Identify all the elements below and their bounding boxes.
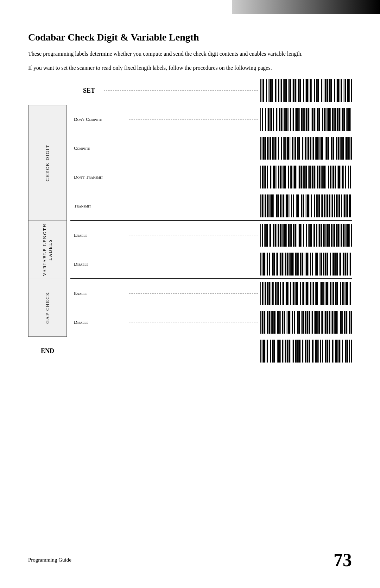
svg-rect-190 <box>290 166 291 188</box>
svg-rect-207 <box>317 166 318 188</box>
svg-rect-122 <box>272 137 273 160</box>
svg-rect-515 <box>278 340 280 363</box>
svg-rect-132 <box>287 137 289 160</box>
svg-rect-185 <box>281 166 282 188</box>
svg-rect-204 <box>312 166 314 188</box>
svg-rect-33 <box>311 79 312 102</box>
svg-rect-9 <box>274 79 274 102</box>
svg-rect-413 <box>292 282 292 305</box>
svg-rect-34 <box>313 79 313 102</box>
svg-rect-169 <box>348 137 349 160</box>
svg-rect-45 <box>330 79 332 102</box>
enable-gap-dashes <box>129 293 258 293</box>
transmit-barcode <box>260 194 352 217</box>
svg-rect-176 <box>267 166 268 188</box>
svg-rect-141 <box>302 137 303 160</box>
svg-rect-358 <box>291 253 293 276</box>
svg-rect-362 <box>298 253 299 276</box>
svg-rect-3 <box>265 79 265 102</box>
variable-length-label-text: Variable Length Labels <box>42 221 53 279</box>
svg-rect-230 <box>264 194 264 217</box>
set-row: SET <box>28 79 352 102</box>
svg-rect-441 <box>339 282 339 305</box>
end-label: END <box>28 347 67 355</box>
svg-rect-414 <box>293 282 294 305</box>
svg-rect-17 <box>285 79 287 102</box>
svg-rect-330 <box>337 224 339 247</box>
svg-rect-224 <box>345 166 346 188</box>
svg-rect-119 <box>267 137 268 160</box>
svg-rect-242 <box>283 194 284 217</box>
svg-rect-38 <box>320 79 320 102</box>
svg-rect-142 <box>304 137 304 160</box>
svg-rect-542 <box>324 340 324 363</box>
svg-rect-123 <box>273 137 274 160</box>
svg-rect-20 <box>290 79 291 102</box>
svg-rect-316 <box>314 224 315 247</box>
svg-rect-485 <box>321 311 322 334</box>
svg-rect-281 <box>347 194 348 217</box>
svg-rect-348 <box>276 253 277 276</box>
svg-rect-430 <box>320 282 321 305</box>
svg-rect-355 <box>287 253 288 276</box>
svg-rect-147 <box>312 137 312 160</box>
svg-rect-460 <box>279 311 280 334</box>
svg-rect-513 <box>276 340 276 363</box>
svg-rect-65 <box>271 108 272 131</box>
svg-rect-145 <box>308 137 309 160</box>
svg-rect-117 <box>263 137 265 160</box>
svg-rect-179 <box>272 166 272 188</box>
svg-rect-254 <box>303 194 304 217</box>
svg-rect-438 <box>333 282 334 305</box>
svg-rect-96 <box>321 108 321 131</box>
body-paragraph-1: These programming labels determine wheth… <box>28 49 352 58</box>
svg-rect-313 <box>309 224 310 247</box>
svg-rect-42 <box>325 79 327 102</box>
svg-rect-440 <box>336 282 338 305</box>
svg-rect-412 <box>290 282 291 305</box>
svg-rect-420 <box>303 282 304 305</box>
svg-rect-324 <box>327 224 329 247</box>
svg-rect-192 <box>293 166 293 188</box>
svg-rect-302 <box>291 224 292 247</box>
svg-rect-370 <box>312 253 313 276</box>
svg-rect-326 <box>331 224 332 247</box>
svg-rect-69 <box>278 108 278 131</box>
svg-rect-489 <box>327 311 328 334</box>
svg-rect-312 <box>308 224 309 247</box>
svg-rect-339 <box>260 253 261 276</box>
svg-rect-422 <box>306 282 308 305</box>
svg-rect-293 <box>277 224 277 247</box>
svg-rect-317 <box>316 224 317 247</box>
svg-rect-533 <box>309 340 310 363</box>
svg-rect-511 <box>272 340 273 363</box>
svg-rect-196 <box>299 166 300 188</box>
svg-rect-125 <box>277 137 277 160</box>
dont-transmit-dashes <box>129 177 258 177</box>
svg-rect-509 <box>269 340 269 363</box>
svg-rect-309 <box>303 224 304 247</box>
svg-rect-41 <box>324 79 324 102</box>
svg-rect-186 <box>283 166 284 188</box>
svg-rect-396 <box>264 282 264 305</box>
svg-rect-152 <box>319 137 321 160</box>
svg-rect-366 <box>305 253 305 276</box>
svg-rect-229 <box>262 194 263 217</box>
svg-rect-7 <box>270 79 272 102</box>
svg-rect-373 <box>316 253 318 276</box>
svg-rect-273 <box>334 194 335 217</box>
svg-rect-44 <box>329 79 330 102</box>
svg-rect-307 <box>299 224 301 247</box>
svg-rect-137 <box>295 137 296 160</box>
svg-rect-126 <box>278 137 279 160</box>
svg-rect-13 <box>280 79 280 102</box>
svg-rect-292 <box>275 224 276 247</box>
svg-rect-177 <box>269 166 269 188</box>
svg-rect-403 <box>275 282 277 305</box>
svg-rect-442 <box>340 282 341 305</box>
svg-rect-253 <box>301 194 302 217</box>
svg-rect-195 <box>298 166 298 188</box>
enable-gap-label: Enable <box>70 291 127 296</box>
svg-rect-170 <box>349 137 350 160</box>
svg-rect-426 <box>313 282 314 305</box>
